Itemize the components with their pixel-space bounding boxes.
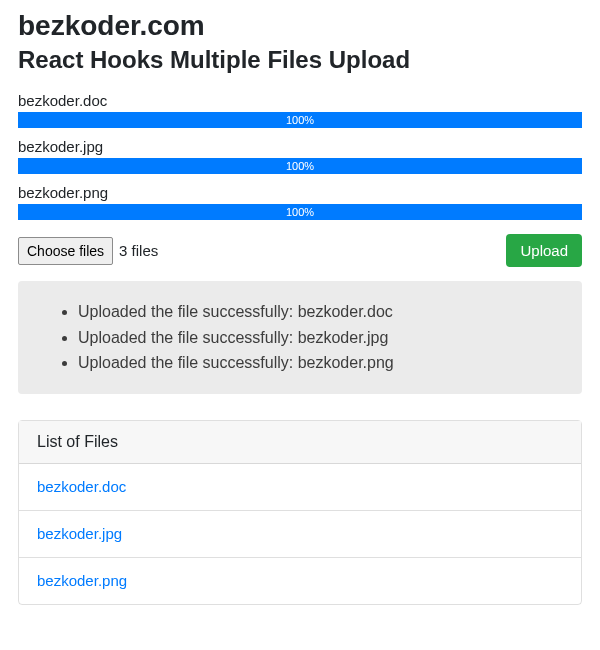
file-list-card: List of Files bezkoder.doc bezkoder.jpg … [18, 420, 582, 605]
progress-bar-fill: 100% [18, 158, 582, 174]
page-title: React Hooks Multiple Files Upload [18, 46, 582, 74]
upload-message: Uploaded the file successfully: bezkoder… [78, 299, 564, 325]
list-item: bezkoder.jpg [19, 511, 581, 558]
file-count-label: 3 files [119, 242, 158, 259]
progress-bar: 100% [18, 112, 582, 128]
upload-messages: Uploaded the file successfully: bezkoder… [18, 281, 582, 394]
file-link[interactable]: bezkoder.png [37, 572, 127, 589]
progress-item: bezkoder.doc 100% [18, 92, 582, 128]
file-picker-row: Choose files 3 files Upload [18, 234, 582, 267]
list-item: bezkoder.doc [19, 464, 581, 511]
progress-file-name: bezkoder.doc [18, 92, 582, 109]
progress-item: bezkoder.png 100% [18, 184, 582, 220]
file-input[interactable]: Choose files 3 files [18, 237, 158, 265]
progress-bar: 100% [18, 204, 582, 220]
upload-message: Uploaded the file successfully: bezkoder… [78, 350, 564, 376]
progress-bar-fill: 100% [18, 204, 582, 220]
upload-message: Uploaded the file successfully: bezkoder… [78, 325, 564, 351]
progress-file-name: bezkoder.jpg [18, 138, 582, 155]
list-item: bezkoder.png [19, 558, 581, 604]
upload-button[interactable]: Upload [506, 234, 582, 267]
choose-files-button[interactable]: Choose files [18, 237, 113, 265]
progress-bar: 100% [18, 158, 582, 174]
site-title: bezkoder.com [18, 10, 582, 42]
file-list-header: List of Files [19, 421, 581, 464]
progress-list: bezkoder.doc 100% bezkoder.jpg 100% bezk… [18, 92, 582, 220]
progress-file-name: bezkoder.png [18, 184, 582, 201]
file-link[interactable]: bezkoder.doc [37, 478, 126, 495]
file-link[interactable]: bezkoder.jpg [37, 525, 122, 542]
progress-item: bezkoder.jpg 100% [18, 138, 582, 174]
progress-bar-fill: 100% [18, 112, 582, 128]
